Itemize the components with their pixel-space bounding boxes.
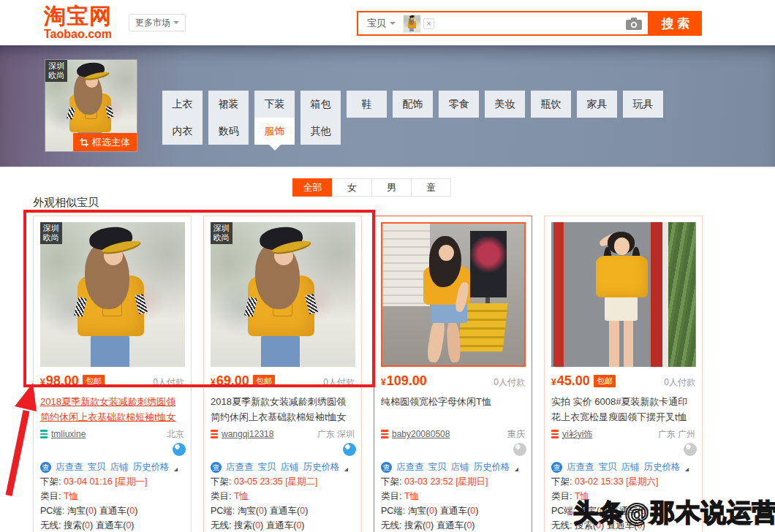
product-image[interactable] (551, 222, 696, 367)
category-peishi[interactable]: 配饰 (393, 91, 433, 118)
seller-link[interactable]: tmliuxine (51, 429, 86, 439)
water-drop-icon[interactable] (513, 443, 526, 456)
category-row: 类目: T恤 (40, 489, 184, 503)
section-title: 外观相似宝贝 (33, 196, 99, 210)
product-image[interactable] (381, 222, 526, 367)
ext-history-price-link[interactable]: 历史价格 (644, 460, 681, 474)
category-neiyi[interactable]: 内衣 (162, 118, 203, 145)
dianchacha-link[interactable]: 店查查 (396, 460, 424, 474)
product-card[interactable]: ¥ 109.00 0人付款 纯棉圆领宽松字母休闲T恤 baby20080508 … (374, 216, 532, 532)
tab-women[interactable]: 女 (332, 178, 372, 197)
seller-rank-icon (40, 430, 48, 438)
product-price: 109.00 (387, 373, 427, 389)
product-price: 45.00 (557, 373, 590, 389)
category-meizhuang[interactable]: 美妆 (485, 91, 525, 118)
query-image[interactable]: 深圳欧尚 框选主体 (45, 60, 137, 151)
image-watermark: 深圳欧尚 (40, 222, 62, 244)
seller-location: 广东 广州 (658, 428, 695, 441)
dianchacha-link[interactable]: 店查查 (567, 460, 594, 474)
category-fushi-selected[interactable]: 服饰 (254, 118, 295, 145)
expand-arrow-icon[interactable] (515, 468, 518, 471)
dianchacha-link[interactable]: 店查查 (56, 460, 83, 474)
taobao-logo[interactable]: 淘宝网 Taobao.com (44, 5, 112, 40)
ext-shop-link[interactable]: 店铺 (451, 460, 469, 474)
wireless-stats: 无线: 搜索(0) 直通车(0) (211, 518, 355, 532)
dianchacha-panel: 查 店查查 宝贝 店铺 历史价格 下架: 03-04 01:16 [星期一] 类… (40, 460, 184, 532)
crop-subject-button[interactable]: 框选主体 (73, 133, 137, 151)
image-search-banner: 深圳欧尚 框选主体 上衣 内衣 裙装 数码 下装 服饰 箱包 其他 鞋 配饰 零… (0, 45, 775, 167)
camera-icon[interactable] (626, 18, 642, 30)
seller-rank-icon (211, 430, 218, 438)
category-xiazhuang[interactable]: 下装 (254, 91, 295, 118)
tab-all[interactable]: 全部 (292, 178, 333, 197)
category-shangyi[interactable]: 上衣 (162, 91, 203, 118)
category-qunzhuang[interactable]: 裙装 (208, 91, 249, 118)
tab-men[interactable]: 男 (371, 178, 412, 197)
price-currency: ¥ (40, 377, 45, 387)
dianchacha-panel: 查 店查查 宝贝 店铺 历史价格 下架: 03-05 23:35 [星期二] 类… (211, 460, 355, 532)
product-image[interactable]: 深圳欧尚 (40, 222, 185, 367)
search-button[interactable]: 搜 索 (649, 11, 702, 36)
water-drop-icon[interactable] (173, 443, 186, 456)
water-drop-icon[interactable] (343, 443, 356, 456)
search-category-dropdown[interactable]: 宝贝 (358, 12, 401, 34)
paid-count: 0人付款 (664, 376, 695, 389)
pc-stats: PC端: 淘宝(0) 直通车(0) (211, 503, 355, 518)
ext-shop-link[interactable]: 店铺 (110, 460, 129, 474)
logo-subtitle: Taobao.com (44, 28, 112, 40)
expand-arrow-icon[interactable] (344, 468, 348, 471)
seller-link[interactable]: wangqi12318 (222, 429, 273, 439)
logo-title: 淘宝网 (44, 5, 112, 27)
ext-history-price-link[interactable]: 历史价格 (303, 460, 340, 474)
pc-stats: PC端: 淘宝(0) 直通车(0) (381, 503, 525, 518)
ext-shop-link[interactable]: 店铺 (281, 460, 299, 474)
ext-history-price-link[interactable]: 历史价格 (133, 460, 170, 474)
dianchacha-link[interactable]: 店查查 (226, 460, 254, 474)
category-pingyin[interactable]: 瓶饮 (531, 91, 571, 118)
wireless-stats: 无线: 搜索(0) 直通车(0) (551, 518, 695, 532)
tab-kids[interactable]: 童 (411, 178, 451, 197)
category-row: 类目: T恤 (211, 489, 355, 503)
gender-filter-tabs: 全部 女 男 童 (293, 178, 451, 197)
paid-count: 0人付款 (494, 376, 525, 389)
expand-arrow-icon[interactable] (174, 468, 178, 471)
product-card[interactable]: 深圳欧尚 ¥ 69.00 包邮 0人付款 2018夏季新款女装减龄刺绣圆领简约休… (203, 216, 362, 532)
ext-item-link[interactable]: 宝贝 (599, 460, 617, 474)
paid-count: 0人付款 (153, 376, 184, 389)
ext-item-link[interactable]: 宝贝 (88, 460, 106, 474)
product-title-link[interactable]: 2018夏季新款女装减龄刺绣圆领简约休闲上衣基础款棉短袖t恤女 (40, 394, 184, 425)
seller-link[interactable]: baby20080508 (392, 429, 450, 439)
price-currency: ¥ (211, 377, 216, 387)
ext-history-price-link[interactable]: 历史价格 (474, 460, 510, 474)
product-image[interactable]: 深圳欧尚 (211, 222, 355, 367)
category-row: 类目: T恤 (551, 489, 695, 503)
seller-link[interactable]: yi衫yi饰 (562, 428, 592, 441)
category-xie[interactable]: 鞋 (347, 91, 387, 118)
delist-time: 下架: 03-05 23:35 [星期二] (211, 474, 355, 489)
product-title-link[interactable]: 纯棉圆领宽松字母休闲T恤 (381, 394, 525, 425)
remove-image-icon[interactable]: × (423, 18, 434, 29)
water-drop-icon[interactable] (684, 443, 697, 456)
query-image-thumbnail[interactable] (403, 15, 421, 33)
product-card[interactable]: 深圳欧尚 ¥ 98.00 包邮 0人付款 2018夏季新款女装减龄刺绣圆领简约休… (33, 216, 192, 532)
ext-shop-link[interactable]: 店铺 (621, 460, 640, 474)
search-bar[interactable]: 宝贝 × (357, 11, 649, 36)
more-markets-dropdown[interactable]: 更多市场 (129, 14, 186, 31)
category-shuma[interactable]: 数码 (208, 118, 249, 145)
category-qita[interactable]: 其他 (300, 118, 341, 145)
ext-item-link[interactable]: 宝贝 (428, 460, 447, 474)
category-wanju[interactable]: 玩具 (623, 91, 663, 118)
category-lingshi[interactable]: 零食 (439, 91, 479, 118)
expand-arrow-icon[interactable] (685, 468, 689, 471)
product-title-link[interactable]: 实拍 实价 6008#夏装新款卡通印花上衣宽松显瘦圆领下摆开叉t恤 (551, 394, 695, 425)
ext-item-link[interactable]: 宝贝 (258, 460, 276, 474)
product-list: 深圳欧尚 ¥ 98.00 包邮 0人付款 2018夏季新款女装减龄刺绣圆领简约休… (33, 216, 703, 532)
selected-category-pointer (269, 145, 281, 156)
product-card[interactable]: ¥ 45.00 包邮 0人付款 实拍 实价 6008#夏装新款卡通印花上衣宽松显… (544, 216, 703, 532)
dianchacha-icon: 查 (381, 462, 392, 473)
search-input[interactable] (436, 12, 626, 34)
product-title-link[interactable]: 2018夏季新款女装减龄刺绣圆领简约休闲上衣基础款棉短袖t恤女 (211, 394, 355, 425)
category-xiangbao[interactable]: 箱包 (300, 91, 341, 118)
category-jiaju[interactable]: 家具 (577, 91, 617, 118)
free-shipping-badge: 包邮 (594, 375, 616, 387)
